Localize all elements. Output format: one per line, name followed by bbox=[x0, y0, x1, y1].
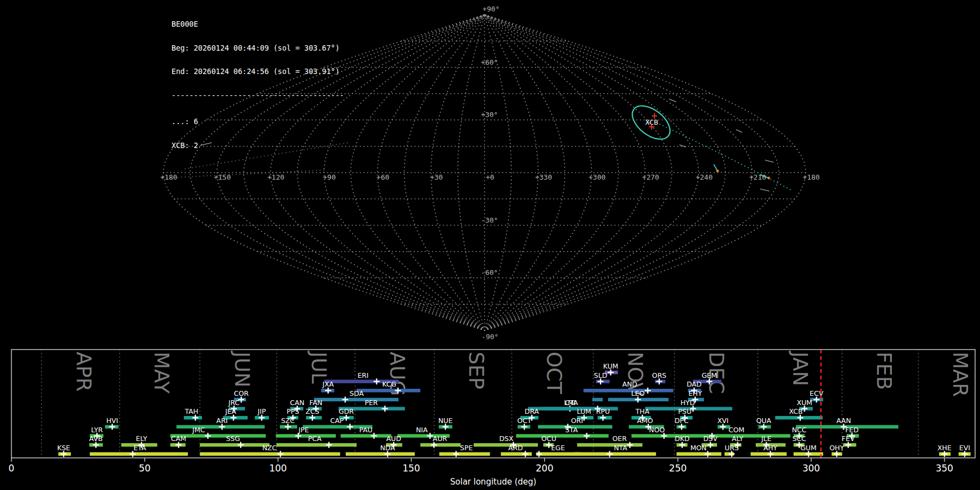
meteor-observation-screen: BE000E Beg: 20260124 00:44:09 (sol = 303… bbox=[0, 0, 980, 490]
peak-marker bbox=[656, 378, 662, 384]
shower-code-label: ETA bbox=[133, 444, 146, 452]
shower-code-label: KCG bbox=[382, 380, 396, 388]
shower-code-label: RPU bbox=[596, 407, 610, 415]
peak-marker bbox=[705, 451, 710, 457]
meridian-line bbox=[297, 15, 485, 330]
peak-marker bbox=[453, 451, 459, 457]
shower-code-label: NUE bbox=[438, 416, 452, 425]
shower-code-label: JRC bbox=[228, 399, 240, 407]
shower-code-label: PCA bbox=[308, 434, 322, 443]
shower-QUA: QUA bbox=[756, 416, 771, 430]
axis-tick-label: 300 bbox=[803, 463, 820, 474]
peak-marker bbox=[761, 424, 767, 430]
axis-tick-label: 250 bbox=[669, 463, 687, 474]
shower-code-label: ALY bbox=[732, 434, 744, 443]
activity-timeline-chart: APRMAYJUNJULAUGSEPOCTNOVDECJANFEBMARKUME… bbox=[0, 344, 980, 490]
peak-marker bbox=[130, 451, 136, 457]
peak-marker bbox=[238, 442, 244, 448]
shower-EGE: EGE bbox=[536, 444, 580, 457]
peak-marker bbox=[767, 451, 773, 457]
shower-code-label: FAN bbox=[309, 399, 322, 407]
peak-marker bbox=[720, 424, 726, 430]
shower-activity-bar bbox=[346, 452, 415, 456]
shower-code-label: AUR bbox=[433, 434, 448, 443]
shower-code-label: QUA bbox=[756, 416, 771, 425]
axis-tick-label: 350 bbox=[935, 463, 953, 474]
shower-XCB: XCB bbox=[775, 407, 823, 421]
shower-DKD: DKD bbox=[675, 434, 689, 448]
shower-code-label: ERI bbox=[358, 371, 369, 379]
shower-code-label: PAU bbox=[359, 426, 372, 434]
peak-marker bbox=[295, 433, 301, 439]
shower-code-label: CAN bbox=[290, 399, 305, 407]
latitude-label: +60° bbox=[481, 58, 498, 66]
shower-activity-bar bbox=[314, 398, 399, 401]
shower-code-label: EVI bbox=[959, 444, 970, 452]
shower-code-label: ARD bbox=[509, 444, 523, 452]
axis-tick-label: 0 bbox=[9, 463, 15, 474]
peak-marker bbox=[600, 415, 606, 421]
sporadic-meteor-dash bbox=[760, 189, 769, 191]
shower-code-label: SLD bbox=[594, 371, 608, 379]
longitude-label: +180 bbox=[160, 173, 177, 181]
sporadic-meteor-dash bbox=[736, 130, 742, 132]
meridian-line bbox=[485, 15, 618, 330]
peak-marker bbox=[109, 424, 115, 430]
latitude-label: -30° bbox=[481, 216, 498, 224]
shower-code-label: DRA bbox=[525, 407, 540, 415]
shower-code-label: CAM bbox=[171, 434, 186, 443]
peak-marker bbox=[608, 370, 614, 376]
x-axis-title: Solar longitude (deg) bbox=[450, 477, 536, 487]
shower-code-label: STA bbox=[565, 426, 578, 434]
shower-code-label: OCT bbox=[517, 416, 532, 425]
shower-activity-bar bbox=[592, 398, 603, 401]
shower-TAH: TAH bbox=[184, 407, 202, 421]
shower-code-label: CTA bbox=[565, 399, 578, 407]
longitude-label: +0 bbox=[486, 173, 494, 181]
peak-marker bbox=[443, 424, 449, 430]
shower-KSE: KSE bbox=[57, 444, 71, 457]
latitude-label: -60° bbox=[481, 268, 498, 277]
shower-code-label: FED bbox=[845, 426, 859, 434]
shower-code-label: SPE bbox=[460, 444, 473, 452]
shower-code-label: NIA bbox=[416, 426, 428, 434]
shower-RPU: RPU bbox=[596, 407, 612, 421]
peak-marker bbox=[259, 415, 265, 421]
shower-code-label: KUM bbox=[603, 362, 618, 370]
shower-code-label: GUM bbox=[800, 444, 817, 452]
shower-activity-bar bbox=[677, 452, 721, 456]
peak-marker bbox=[797, 415, 803, 421]
shower-code-label: JPE bbox=[298, 426, 309, 434]
shower-OCT: OCT bbox=[517, 416, 532, 430]
shower-code-label: FEV bbox=[842, 434, 855, 443]
shower-activity-bar bbox=[574, 452, 656, 456]
north-pole-label: +90° bbox=[482, 5, 499, 13]
peak-marker bbox=[941, 451, 947, 457]
peak-marker bbox=[607, 451, 612, 457]
shower-activity-bar bbox=[341, 434, 391, 437]
shower-code-label: DKD bbox=[675, 434, 689, 443]
shower-code-label: ORS bbox=[652, 371, 667, 379]
shower-code-label: TAH bbox=[185, 407, 199, 415]
peak-marker bbox=[523, 451, 529, 457]
month-label: MAY bbox=[150, 352, 173, 394]
shower-code-label: XHE bbox=[938, 444, 952, 452]
peak-marker bbox=[522, 424, 528, 430]
shower-code-label: XVI bbox=[717, 416, 728, 425]
shower-code-label: ARI bbox=[216, 416, 228, 425]
xcb-radiant-label: XCB bbox=[645, 118, 658, 126]
longitude-label: +180 bbox=[803, 173, 819, 181]
shower-activity-bar bbox=[90, 452, 188, 456]
peak-marker bbox=[175, 442, 181, 448]
peak-marker bbox=[536, 451, 542, 457]
peak-marker bbox=[678, 424, 684, 430]
peak-marker bbox=[60, 451, 66, 457]
shower-NUE: NUE bbox=[438, 416, 452, 430]
shower-code-label: GDR bbox=[339, 407, 354, 415]
peak-marker bbox=[384, 451, 390, 457]
shower-activity-bar bbox=[200, 452, 340, 456]
shower-code-label: JMC bbox=[192, 426, 205, 434]
shower-code-label: COR bbox=[234, 389, 249, 397]
month-label: FEB bbox=[872, 352, 896, 390]
shower-code-label: LEO bbox=[631, 389, 645, 397]
